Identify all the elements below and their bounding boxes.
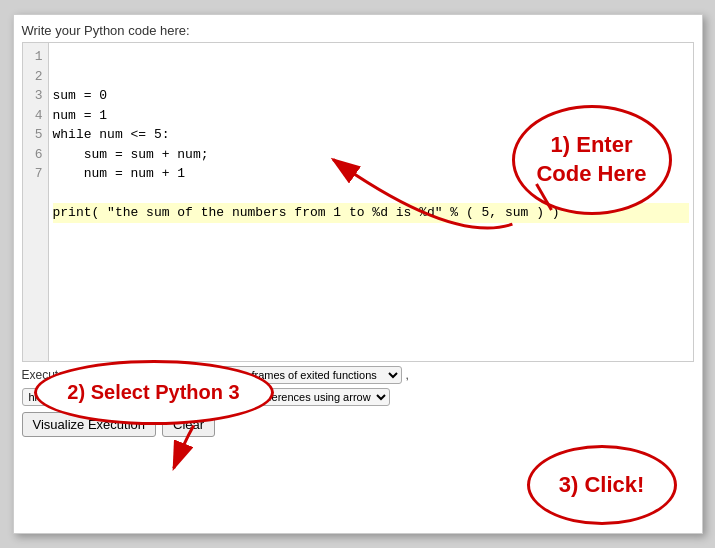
callout-click: 3) Click! bbox=[527, 445, 677, 525]
toolbar-separator-2: , bbox=[406, 368, 409, 382]
page-label: Write your Python code here: bbox=[22, 23, 694, 38]
page-container: Write your Python code here: 1 2 3 4 5 6… bbox=[13, 14, 703, 534]
callout-enter-code-text: 1) EnterCode Here bbox=[536, 131, 646, 188]
callout-click-text: 3) Click! bbox=[559, 472, 645, 498]
line-numbers: 1 2 3 4 5 6 7 bbox=[23, 43, 49, 361]
code-line-1: sum = 0 bbox=[53, 86, 689, 106]
callout-select-python-text: 2) Select Python 3 bbox=[67, 381, 239, 404]
callout-enter-code: 1) EnterCode Here bbox=[512, 105, 672, 215]
callout-select-python: 2) Select Python 3 bbox=[34, 360, 274, 425]
